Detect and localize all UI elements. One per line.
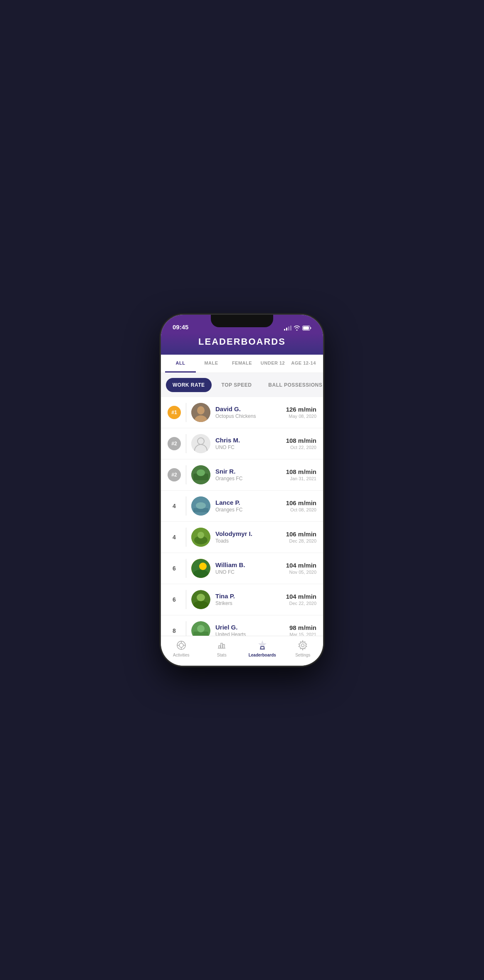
- category-tab-ballpossessions[interactable]: BALL POSSESSIONS: [262, 378, 323, 392]
- filter-tabs: ALL MALE FEMALE UNDER 12 AGE 12-14: [161, 355, 323, 373]
- leaderboard-list: #1 David G. Octopus Chickens 126 m/min M…: [161, 397, 323, 636]
- wifi-icon: [294, 326, 300, 331]
- player-name: Chris M.: [215, 437, 281, 444]
- player-name: Volodymyr I.: [215, 530, 281, 537]
- player-info: Volodymyr I. Toads: [215, 530, 281, 544]
- player-info: Tina P. Strikers: [215, 592, 281, 606]
- nav-label-stats: Stats: [217, 653, 227, 657]
- stat-date: Nov 05, 2020: [286, 570, 316, 575]
- category-tab-workrate[interactable]: WORK RATE: [166, 378, 212, 392]
- stat-date: Dec 28, 2020: [286, 538, 316, 543]
- table-row[interactable]: 4 Volodymyr I. Toads 106 m/min Dec 28, 2…: [161, 522, 323, 553]
- stat-value: 126 m/min: [286, 406, 316, 413]
- filter-tab-under12[interactable]: UNDER 12: [257, 355, 288, 373]
- rank-badge: 6: [168, 562, 181, 575]
- stat-date: Oct 22, 2020: [286, 445, 316, 450]
- rank-badge: 6: [168, 593, 181, 606]
- table-row[interactable]: 4 Lance P. Oranges FC 106 m/min Oct 08, …: [161, 491, 323, 522]
- signal-icon: [284, 326, 291, 331]
- player-name: Lance P.: [215, 499, 281, 506]
- avatar: [191, 496, 210, 516]
- svg-point-20: [193, 601, 208, 609]
- category-tabs: WORK RATE TOP SPEED BALL POSSESSIONS MAX…: [161, 373, 323, 397]
- bottom-nav: Activities Stats: [161, 636, 323, 666]
- stat-value: 106 m/min: [286, 531, 316, 538]
- svg-point-18: [199, 563, 207, 570]
- table-row[interactable]: #2 Snir R. Oranges FC 108 m/min Jan 31, …: [161, 459, 323, 491]
- avatar: [191, 434, 210, 453]
- stats-icon: [216, 639, 227, 651]
- table-row[interactable]: #1 David G. Octopus Chickens 126 m/min M…: [161, 397, 323, 428]
- rank-badge: 4: [168, 531, 181, 544]
- avatar-placeholder: [191, 434, 210, 453]
- player-stats: 108 m/min Jan 31, 2021: [286, 468, 316, 481]
- rank-divider: [186, 403, 186, 422]
- player-team: Oranges FC: [215, 507, 281, 513]
- phone-frame: 09:45: [161, 315, 323, 666]
- stat-date: Oct 08, 2020: [286, 507, 316, 512]
- status-icons: [284, 326, 311, 331]
- player-name: Tina P.: [215, 592, 281, 600]
- table-row[interactable]: 6 Tina P. Strikers 104 m/min Dec 22, 202…: [161, 584, 323, 615]
- activities-icon: [175, 639, 187, 651]
- nav-item-settings[interactable]: Settings: [283, 639, 323, 657]
- avatar: [191, 621, 210, 636]
- nav-item-stats[interactable]: Stats: [202, 639, 242, 657]
- rank-badge: #2: [168, 468, 181, 481]
- player-info: Chris M. UNO FC: [215, 437, 281, 450]
- player-team: United Hearts: [215, 632, 284, 636]
- stat-value: 108 m/min: [286, 437, 316, 444]
- filter-tab-all[interactable]: ALL: [165, 355, 196, 373]
- avatar-image: [191, 465, 210, 484]
- svg-point-24: [197, 625, 205, 632]
- nav-item-leaderboards[interactable]: Leaderboards: [242, 639, 283, 657]
- avatar: [191, 528, 210, 547]
- rank-badge: #2: [168, 437, 181, 450]
- player-team: Toads: [215, 538, 281, 544]
- avatar: [191, 465, 210, 484]
- nav-item-activities[interactable]: Activities: [161, 639, 202, 657]
- page-title: LEADERBOARDS: [169, 336, 315, 347]
- filter-tab-male[interactable]: MALE: [196, 355, 227, 373]
- rank-divider: [186, 465, 186, 484]
- category-tab-topspeed[interactable]: TOP SPEED: [215, 378, 259, 392]
- rank-divider: [186, 590, 186, 609]
- table-row[interactable]: 6 William B. UNO FC 104 m/min Nov 05, 20…: [161, 553, 323, 584]
- battery-icon: [302, 326, 311, 331]
- svg-point-12: [196, 502, 206, 509]
- rank-divider: [186, 496, 186, 516]
- table-row[interactable]: #2 Chris M. UNO FC 108 m/min Oct 22, 202…: [161, 428, 323, 459]
- player-stats: 98 m/min Mar 15, 2021: [289, 624, 316, 636]
- stat-value: 106 m/min: [286, 499, 316, 506]
- avatar-image: [191, 621, 210, 636]
- player-info: David G. Octopus Chickens: [215, 405, 281, 419]
- player-stats: 108 m/min Oct 22, 2020: [286, 437, 316, 450]
- avatar-image: [191, 590, 210, 609]
- notch: [211, 315, 273, 327]
- phone-screen: 09:45: [161, 315, 323, 666]
- leaderboards-icon: [257, 639, 268, 651]
- player-info: Lance P. Oranges FC: [215, 499, 281, 513]
- table-row[interactable]: 8 Uriel G. United Hearts 98 m/min Mar 15…: [161, 615, 323, 636]
- filter-tab-female[interactable]: FEMALE: [227, 355, 257, 373]
- player-team: UNO FC: [215, 569, 281, 575]
- stat-date: Dec 22, 2020: [286, 601, 316, 606]
- filter-tab-age1214[interactable]: AGE 12-14: [288, 355, 319, 373]
- avatar: [191, 403, 210, 422]
- player-name: Snir R.: [215, 468, 281, 475]
- player-stats: 104 m/min Nov 05, 2020: [286, 562, 316, 575]
- player-team: Octopus Chickens: [215, 413, 281, 419]
- nav-label-leaderboards: Leaderboards: [249, 653, 276, 657]
- avatar: [191, 559, 210, 578]
- player-name: William B.: [215, 561, 281, 568]
- avatar-image: [191, 496, 210, 516]
- avatar: [191, 590, 210, 609]
- stat-value: 108 m/min: [286, 468, 316, 475]
- svg-point-36: [301, 644, 304, 647]
- svg-rect-5: [191, 434, 210, 453]
- avatar-image: [191, 528, 210, 547]
- player-name: Uriel G.: [215, 624, 284, 631]
- player-info: Uriel G. United Hearts: [215, 624, 284, 636]
- rank-badge: 8: [168, 624, 181, 636]
- stat-value: 104 m/min: [286, 593, 316, 600]
